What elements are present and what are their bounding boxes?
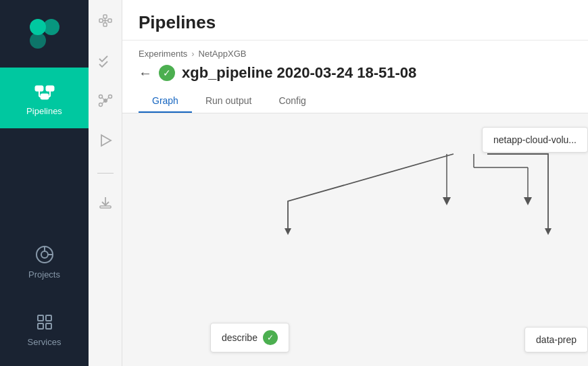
svg-point-11 <box>41 251 48 258</box>
services-label: Services <box>28 337 62 347</box>
svg-marker-31 <box>101 135 111 146</box>
describe-status-check: ✓ <box>263 330 278 345</box>
check-list-icon[interactable] <box>98 53 113 72</box>
node-data-prep[interactable]: data-prep <box>524 327 588 352</box>
sidebar-item-pipelines[interactable]: Pipelines <box>0 68 89 128</box>
tab-run-output[interactable]: Run output <box>192 90 266 113</box>
sidebar: Pipelines Projects Services <box>0 0 89 366</box>
tab-config[interactable]: Config <box>265 90 319 113</box>
svg-rect-20 <box>103 23 107 26</box>
svg-rect-15 <box>46 315 51 321</box>
svg-rect-18 <box>99 19 103 22</box>
svg-rect-16 <box>38 323 43 329</box>
svg-point-25 <box>99 95 102 99</box>
breadcrumb: Experiments › NetAppXGB <box>139 49 572 59</box>
projects-label: Projects <box>28 269 60 280</box>
strip-divider <box>97 173 114 174</box>
pipeline-name: xgb_pipeline 2020-03-24 18-51-08 <box>182 64 416 82</box>
breadcrumb-separator: › <box>191 49 194 59</box>
play-icon[interactable] <box>98 133 113 151</box>
pipeline-name-row: ← ✓ xgb_pipeline 2020-03-24 18-51-08 <box>139 64 572 82</box>
app-logo <box>24 14 65 54</box>
svg-rect-14 <box>38 315 43 321</box>
page-header: Pipelines <box>122 0 588 41</box>
sidebar-item-projects[interactable]: Projects <box>0 231 89 292</box>
graph-area: netapp-cloud-volu... describe ✓ data-pre… <box>122 113 588 366</box>
svg-rect-32 <box>100 206 111 208</box>
svg-rect-19 <box>108 19 112 22</box>
pipelines-icon <box>34 80 55 102</box>
svg-point-2 <box>30 32 46 49</box>
data-prep-node-label: data-prep <box>536 334 577 345</box>
svg-point-26 <box>108 95 112 99</box>
svg-line-29 <box>107 97 109 100</box>
svg-point-1 <box>43 19 59 35</box>
projects-icon <box>34 244 55 265</box>
netapp-node-label: netapp-cloud-volu... <box>493 134 577 145</box>
svg-marker-39 <box>545 228 552 235</box>
node-netapp[interactable]: netapp-cloud-volu... <box>482 127 588 153</box>
breadcrumb-experiments[interactable]: Experiments <box>139 49 187 59</box>
icon-strip <box>89 0 122 366</box>
svg-rect-21 <box>103 15 107 18</box>
back-button[interactable]: ← <box>139 66 152 81</box>
svg-marker-38 <box>285 228 291 235</box>
svg-line-28 <box>102 97 104 100</box>
logo-area <box>0 0 89 68</box>
describe-check-icon: ✓ <box>267 333 274 342</box>
tabs-bar: Graph Run output Config <box>139 90 572 113</box>
network-icon[interactable] <box>98 14 113 32</box>
nodes-icon[interactable] <box>98 93 113 111</box>
check-icon: ✓ <box>163 68 171 78</box>
page-title: Pipelines <box>139 12 572 33</box>
svg-rect-5 <box>41 94 49 99</box>
main-content: Pipelines Experiments › NetAppXGB ← ✓ xg… <box>122 0 588 366</box>
download-icon[interactable] <box>98 195 113 213</box>
pipeline-header: Experiments › NetAppXGB ← ✓ xgb_pipeline… <box>122 41 588 113</box>
node-describe[interactable]: describe ✓ <box>210 323 289 352</box>
describe-node-label: describe <box>222 332 258 343</box>
svg-line-30 <box>102 101 104 104</box>
tab-graph[interactable]: Graph <box>139 90 192 113</box>
svg-point-27 <box>99 103 102 107</box>
svg-rect-17 <box>46 323 51 329</box>
services-icon <box>34 311 55 333</box>
breadcrumb-netappxgb[interactable]: NetAppXGB <box>199 49 247 59</box>
sidebar-item-services[interactable]: Services <box>0 298 89 359</box>
pipeline-status-check: ✓ <box>159 65 175 81</box>
pipelines-label: Pipelines <box>26 106 62 116</box>
